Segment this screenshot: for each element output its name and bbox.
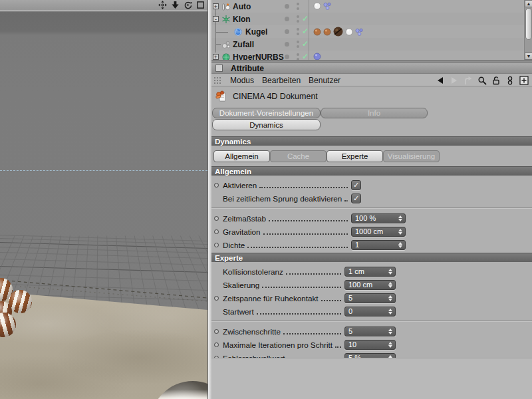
- field-value[interactable]: 1000 cm: [355, 227, 397, 235]
- tab-dynamics[interactable]: Dynamics: [212, 119, 321, 130]
- object-name[interactable]: Auto: [233, 2, 251, 11]
- expand-toggle-icon[interactable]: +: [213, 3, 219, 9]
- enabled-check-icon[interactable]: ✓: [302, 52, 309, 60]
- dual-circle-icon[interactable]: [505, 76, 515, 85]
- spinner-control[interactable]: [387, 342, 393, 348]
- keyframe-circle-icon[interactable]: [214, 183, 223, 188]
- subtab-allgemein[interactable]: Allgemein: [213, 150, 270, 162]
- enabled-check-icon[interactable]: ✓: [302, 27, 309, 36]
- tag-dark-icon[interactable]: [332, 26, 344, 37]
- object-name[interactable]: Zufall: [233, 40, 254, 49]
- field-maximale-iterationen-pro-schritt[interactable]: 10: [344, 340, 396, 350]
- editor-visibility-dot[interactable]: [285, 29, 289, 34]
- field-value[interactable]: 10: [348, 340, 387, 348]
- object-name[interactable]: Kugel: [245, 27, 267, 37]
- lock-open-icon[interactable]: [491, 76, 501, 85]
- keyframe-circle-icon[interactable]: [214, 229, 223, 234]
- tag-blue-icon[interactable]: [313, 52, 322, 60]
- field-zeitspanne-für-ruhekontakt[interactable]: 5: [344, 293, 396, 303]
- spinner-control[interactable]: [397, 242, 403, 248]
- viewport-canvas[interactable]: [0, 11, 207, 399]
- spinner-control[interactable]: [397, 229, 403, 235]
- enabled-check-icon[interactable]: ✓: [302, 14, 309, 23]
- document-row[interactable]: CINEMA 4D Dokument: [211, 87, 532, 106]
- render-visibility-dot[interactable]: [297, 15, 299, 18]
- menu-bearbeiten[interactable]: Bearbeiten: [262, 76, 301, 85]
- tag-brown-icon[interactable]: [323, 27, 332, 37]
- scroll-up-button[interactable]: ▲: [525, 0, 532, 7]
- zoom-view-icon[interactable]: [171, 1, 180, 9]
- object-name[interactable]: HyperNURBS: [233, 53, 284, 60]
- object-row-kugel[interactable]: Kugel✓: [211, 25, 532, 38]
- enabled-check-icon[interactable]: ✓: [302, 39, 309, 49]
- pan-view-icon[interactable]: [158, 1, 167, 9]
- spinner-control[interactable]: [387, 309, 393, 315]
- render-visibility-dot[interactable]: [297, 53, 299, 56]
- menu-benutzer[interactable]: Benutzer: [309, 76, 340, 85]
- menu-modus[interactable]: Modus: [230, 76, 254, 85]
- scroll-down-button[interactable]: ▼: [525, 53, 532, 60]
- expand-toggle-icon[interactable]: +: [213, 54, 219, 60]
- field-zwischenschritte[interactable]: 5: [344, 327, 396, 336]
- render-visibility-dot[interactable]: [297, 28, 299, 31]
- field-skalierung[interactable]: 100 cm: [344, 280, 396, 290]
- render-visibility-dot[interactable]: [297, 7, 299, 10]
- tag-molecule-icon[interactable]: [323, 1, 332, 11]
- tab-dokument-voreinstellungen[interactable]: Dokument-Voreinstellungen: [212, 108, 321, 118]
- panel-dock-icon[interactable]: [215, 65, 223, 72]
- keyframe-circle-icon[interactable]: [214, 329, 223, 334]
- spinner-control[interactable]: [387, 282, 393, 288]
- scrollbar-thumb[interactable]: [525, 8, 532, 40]
- spinner-control[interactable]: [387, 295, 393, 301]
- field-value[interactable]: 100 cm: [348, 281, 387, 289]
- render-visibility-dot[interactable]: [297, 45, 299, 48]
- field-zeitmaßstab[interactable]: 100 %: [351, 213, 406, 223]
- object-name[interactable]: Klon: [233, 15, 251, 24]
- field-value[interactable]: 100 %: [355, 214, 397, 222]
- expand-toggle-icon[interactable]: -: [213, 16, 219, 22]
- tag-brown-icon[interactable]: [313, 27, 322, 37]
- object-row-klon[interactable]: -Klon✓: [211, 13, 532, 25]
- checkbox-aktivieren[interactable]: ✓: [351, 180, 361, 190]
- tag-white-icon[interactable]: [344, 27, 354, 37]
- field-value[interactable]: 0: [348, 307, 387, 315]
- keyframe-circle-icon[interactable]: [214, 296, 223, 301]
- tag-white-icon[interactable]: [313, 1, 322, 11]
- add-panel-icon[interactable]: [519, 76, 529, 85]
- editor-visibility-dot[interactable]: [285, 42, 289, 47]
- field-value[interactable]: 1: [355, 241, 397, 249]
- object-row-zufall[interactable]: Zufall✓: [211, 38, 532, 51]
- field-value[interactable]: 5: [348, 327, 387, 335]
- field-value[interactable]: 5: [348, 294, 387, 302]
- render-visibility-dot[interactable]: [297, 33, 299, 35]
- field-value[interactable]: 1 cm: [348, 267, 387, 275]
- object-row-hypernurbs[interactable]: +HyperNURBS✓: [211, 51, 532, 60]
- subtab-experte[interactable]: Experte: [327, 150, 383, 162]
- checkbox-bei-zeitlichem-sprung-deaktivieren[interactable]: ✓: [351, 194, 361, 203]
- render-visibility-dot[interactable]: [297, 20, 299, 23]
- field-startwert[interactable]: 0: [344, 307, 396, 317]
- field-kollisionstoleranz[interactable]: 1 cm: [344, 267, 396, 277]
- field-gravitation[interactable]: 1000 cm: [351, 227, 406, 237]
- editor-visibility-dot[interactable]: [285, 55, 289, 59]
- subtab-visualisierung[interactable]: Visualisierung: [383, 150, 440, 162]
- keyframe-circle-icon[interactable]: [214, 243, 223, 247]
- keyframe-circle-icon[interactable]: [214, 342, 223, 347]
- maximize-view-icon[interactable]: [196, 1, 205, 9]
- editor-visibility-dot[interactable]: [285, 4, 289, 9]
- editor-visibility-dot[interactable]: [285, 17, 289, 21]
- rotate-view-icon[interactable]: [184, 1, 192, 9]
- spinner-control[interactable]: [397, 215, 403, 221]
- drag-grip-icon[interactable]: [213, 76, 222, 84]
- keyframe-circle-icon[interactable]: [214, 216, 223, 221]
- search-icon[interactable]: [477, 76, 487, 85]
- render-visibility-dot[interactable]: [297, 3, 299, 5]
- spinner-control[interactable]: [387, 269, 393, 275]
- render-visibility-dot[interactable]: [297, 41, 299, 43]
- spinner-control[interactable]: [387, 329, 393, 334]
- object-row-auto[interactable]: +Auto: [211, 0, 532, 13]
- object-manager-scrollbar[interactable]: ▲ ▼: [524, 0, 532, 60]
- history-back-icon[interactable]: [436, 76, 445, 85]
- tag-molecule-icon[interactable]: [354, 27, 364, 37]
- viewport-3d[interactable]: [0, 0, 207, 399]
